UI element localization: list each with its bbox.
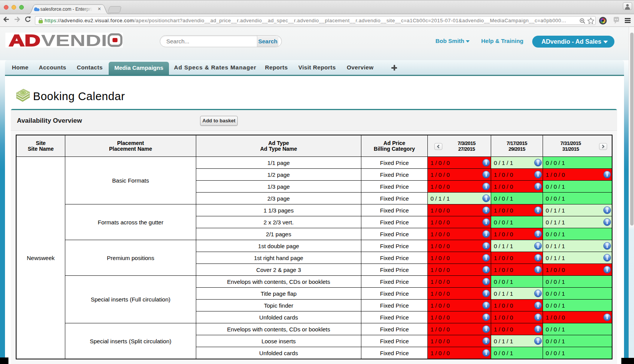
- svg-text:VENDI: VENDI: [41, 33, 107, 48]
- svg-text:AD: AD: [9, 33, 40, 48]
